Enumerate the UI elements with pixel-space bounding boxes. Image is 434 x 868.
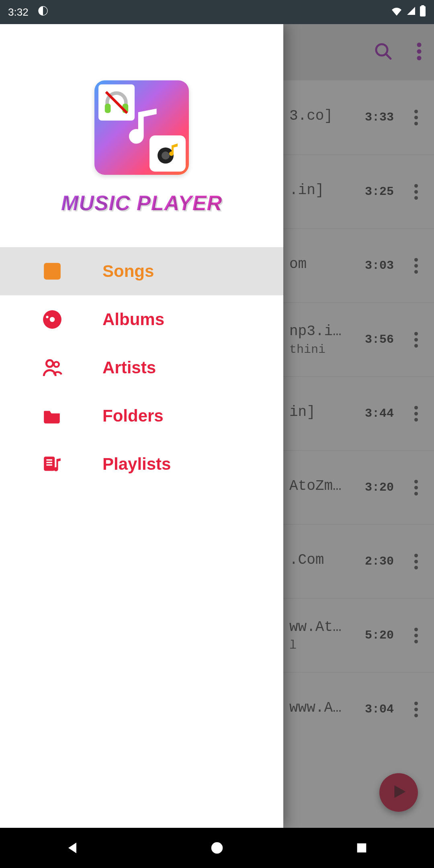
home-button[interactable] bbox=[193, 836, 241, 860]
status-left: 3:32 bbox=[8, 5, 49, 19]
drawer-item-folders[interactable]: Folders bbox=[0, 392, 283, 440]
drawer-item-playlists[interactable]: Playlists bbox=[0, 440, 283, 488]
battery-icon bbox=[420, 5, 426, 19]
song-more-icon[interactable] bbox=[406, 332, 426, 348]
svg-line-4 bbox=[386, 54, 391, 59]
speaker-icon bbox=[149, 135, 186, 172]
song-title: ww.AtoZ… bbox=[289, 619, 348, 635]
song-more-icon[interactable] bbox=[406, 554, 426, 569]
song-more-icon[interactable] bbox=[406, 184, 426, 200]
song-more-icon[interactable] bbox=[406, 406, 426, 422]
svg-point-17 bbox=[46, 360, 53, 367]
song-title: np3.in] bbox=[289, 323, 348, 340]
svg-rect-1 bbox=[420, 6, 426, 16]
status-right bbox=[391, 5, 426, 19]
app-logo bbox=[94, 80, 189, 175]
svg-point-23 bbox=[211, 842, 223, 854]
navigation-drawer[interactable]: MUSIC PLAYER Songs Albums Artists bbox=[0, 24, 283, 828]
song-duration: 3:03 bbox=[360, 259, 394, 272]
drawer-item-label: Songs bbox=[102, 262, 154, 281]
svg-point-16 bbox=[46, 316, 48, 318]
search-icon[interactable] bbox=[374, 42, 393, 63]
svg-rect-19 bbox=[44, 457, 55, 471]
svg-point-15 bbox=[50, 317, 55, 322]
songs-icon bbox=[42, 261, 62, 281]
recent-apps-button[interactable] bbox=[338, 836, 386, 860]
song-more-icon[interactable] bbox=[406, 628, 426, 643]
song-subtitle: l bbox=[289, 639, 348, 652]
drawer-item-label: Artists bbox=[102, 358, 156, 377]
back-button[interactable] bbox=[48, 836, 96, 860]
song-duration: 5:20 bbox=[360, 628, 394, 642]
status-time: 3:32 bbox=[8, 6, 29, 18]
song-duration: 3:44 bbox=[360, 407, 394, 420]
system-nav-bar bbox=[0, 828, 434, 868]
svg-rect-8 bbox=[105, 104, 111, 113]
drawer-header: MUSIC PLAYER bbox=[0, 24, 283, 247]
cell-signal-icon bbox=[406, 6, 416, 18]
song-title: in] bbox=[289, 404, 348, 420]
song-title: .Com bbox=[289, 552, 348, 568]
svg-point-5 bbox=[417, 43, 422, 47]
folders-icon bbox=[42, 406, 62, 426]
drawer-item-label: Folders bbox=[102, 406, 164, 426]
drawer-item-label: Playlists bbox=[102, 454, 171, 474]
svg-rect-2 bbox=[422, 5, 424, 7]
artists-icon bbox=[42, 358, 62, 378]
play-fab[interactable] bbox=[379, 773, 418, 812]
app-indicator-icon bbox=[37, 5, 49, 19]
wifi-icon bbox=[391, 6, 403, 18]
drawer-item-label: Albums bbox=[102, 310, 164, 329]
song-subtitle: thini bbox=[289, 343, 348, 356]
song-duration: 3:25 bbox=[360, 185, 394, 199]
svg-rect-24 bbox=[357, 843, 366, 853]
status-bar: 3:32 bbox=[0, 0, 434, 24]
drawer-item-albums[interactable]: Albums bbox=[0, 295, 283, 344]
song-duration: 3:04 bbox=[360, 702, 394, 716]
song-title: .in] bbox=[289, 182, 348, 199]
svg-point-6 bbox=[417, 49, 422, 54]
song-duration: 3:56 bbox=[360, 333, 394, 346]
song-duration: 3:33 bbox=[360, 111, 394, 124]
drawer-items: Songs Albums Artists Folders bbox=[0, 247, 283, 488]
drawer-item-artists[interactable]: Artists bbox=[0, 344, 283, 392]
svg-point-12 bbox=[162, 151, 170, 160]
albums-icon bbox=[42, 309, 62, 330]
drawer-item-songs[interactable]: Songs bbox=[0, 247, 283, 295]
song-more-icon[interactable] bbox=[406, 480, 426, 495]
song-title: 3.co] bbox=[289, 108, 348, 124]
song-more-icon[interactable] bbox=[406, 258, 426, 274]
song-duration: 2:30 bbox=[360, 555, 394, 568]
more-vert-icon[interactable] bbox=[416, 43, 422, 62]
song-more-icon[interactable] bbox=[406, 110, 426, 125]
app-name: MUSIC PLAYER bbox=[61, 191, 222, 215]
song-duration: 3:20 bbox=[360, 481, 394, 494]
svg-point-7 bbox=[417, 56, 422, 60]
song-title: www.Ato… bbox=[289, 700, 348, 716]
song-title: AtoZmp3… bbox=[289, 478, 348, 494]
playlists-icon bbox=[42, 454, 62, 474]
play-icon bbox=[390, 783, 407, 802]
svg-point-18 bbox=[54, 362, 59, 367]
screen: 3.co] 3:33 .in] 3:25 om 3:03 bbox=[0, 24, 434, 828]
song-more-icon[interactable] bbox=[406, 702, 426, 717]
song-title: om bbox=[289, 256, 348, 272]
